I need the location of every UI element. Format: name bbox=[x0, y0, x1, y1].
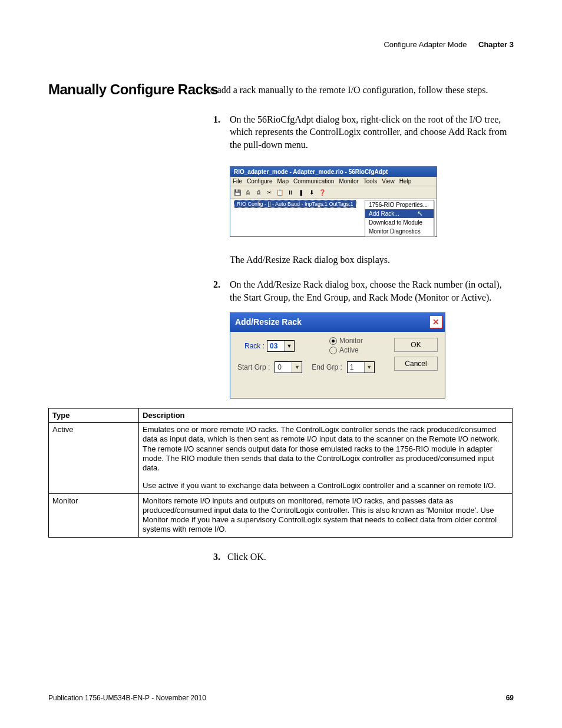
rack-value: 03 bbox=[267, 342, 284, 350]
step-1-number: 1. bbox=[213, 113, 220, 126]
menu-configure[interactable]: Configure bbox=[247, 178, 272, 185]
cancel-button[interactable]: Cancel bbox=[394, 357, 438, 371]
help-icon[interactable]: ❓ bbox=[318, 187, 327, 197]
td-monitor-type: Monitor bbox=[49, 493, 139, 537]
end-grp-label: End Grp : bbox=[312, 363, 342, 371]
download-icon[interactable]: ⬇ bbox=[307, 187, 316, 197]
step-2-text: On the Add/Resize Rack dialog box, choos… bbox=[230, 279, 502, 302]
ctx-monitor-diag[interactable]: Monitor Diagnostics bbox=[365, 227, 434, 236]
chevron-down-icon: ▼ bbox=[284, 341, 294, 351]
page-number: 69 bbox=[506, 694, 514, 702]
active-desc-para2: Use active if you want to exchange data … bbox=[143, 481, 508, 490]
dialog1-titlebar: RIO_adapter_mode - Adapter_mode.rio - 56… bbox=[230, 167, 437, 177]
ctx-add-rack[interactable]: Add Rack... ↖ bbox=[365, 209, 434, 218]
step-3-number: 3. bbox=[213, 552, 220, 562]
step-2-number: 2. bbox=[213, 278, 220, 291]
publication-id: Publication 1756-UM534B-EN-P - November … bbox=[48, 694, 206, 702]
menu-map[interactable]: Map bbox=[277, 178, 288, 185]
th-description: Description bbox=[139, 409, 513, 423]
start-grp-dropdown[interactable]: 0 ▼ bbox=[275, 361, 302, 373]
step-3: 3. Click OK. bbox=[205, 552, 500, 562]
rack-dropdown[interactable]: 03 ▼ bbox=[267, 340, 295, 352]
tree-root-item[interactable]: RIO Config - [] - Auto Baud - InpTags:1 … bbox=[234, 200, 356, 208]
dialog1-menubar: File Configure Map Communication Monitor… bbox=[230, 177, 437, 186]
breadcrumb: Configure Adapter Mode bbox=[384, 40, 467, 49]
ok-button[interactable]: OK bbox=[394, 338, 438, 352]
menu-monitor[interactable]: Monitor bbox=[339, 178, 358, 185]
ctx-add-rack-label: Add Rack... bbox=[369, 210, 399, 217]
step-2: 2. On the Add/Resize Rack dialog box, ch… bbox=[205, 278, 513, 304]
rack-label: Rack : bbox=[244, 342, 265, 350]
radio-active-label: Active bbox=[339, 346, 359, 354]
start-grp-value: 0 bbox=[275, 363, 292, 371]
radio-monitor[interactable]: Monitor bbox=[329, 337, 363, 345]
section-heading: Manually Configure Racks bbox=[48, 81, 218, 98]
rack-mode-table: Type Description Active Emulates one or … bbox=[48, 408, 513, 538]
menu-file[interactable]: File bbox=[233, 178, 242, 185]
cut-icon[interactable]: ✂ bbox=[265, 187, 274, 197]
td-active-desc: Emulates one or more remote I/O racks. T… bbox=[139, 423, 513, 494]
td-active-type: Active bbox=[49, 423, 139, 494]
start-grp-label: Start Grp : bbox=[237, 363, 270, 371]
step-1: 1. On the 56RioCfgAdpt dialog box, right… bbox=[205, 113, 513, 151]
ctx-properties[interactable]: 1756-RIO Properties... bbox=[365, 200, 434, 209]
end-grp-dropdown[interactable]: 1 ▼ bbox=[347, 361, 375, 373]
menu-help[interactable]: Help bbox=[399, 178, 412, 185]
menu-communication[interactable]: Communication bbox=[293, 178, 334, 185]
page-header: Configure Adapter Mode Chapter 3 bbox=[384, 40, 514, 49]
close-button[interactable]: ✕ bbox=[429, 315, 442, 328]
step-3-text: Click OK. bbox=[227, 552, 266, 562]
radio-dot-icon bbox=[329, 347, 337, 354]
toolbar-icon-7[interactable]: ❚ bbox=[296, 187, 306, 197]
menu-tools[interactable]: Tools bbox=[363, 178, 377, 185]
end-grp-value: 1 bbox=[348, 363, 364, 371]
after-dlg1-text: The Add/Resize Rack dialog box displays. bbox=[230, 255, 513, 265]
th-type: Type bbox=[49, 409, 139, 423]
radio-active[interactable]: Active bbox=[329, 346, 363, 354]
toolbar-icon-3[interactable]: ⎙ bbox=[254, 187, 263, 197]
context-menu: 1756-RIO Properties... Add Rack... ↖ Dow… bbox=[365, 200, 434, 236]
td-monitor-desc: Monitors remote I/O inputs and outputs o… bbox=[139, 493, 513, 537]
monitor-desc-para: Monitors remote I/O inputs and outputs o… bbox=[143, 496, 508, 535]
radio-dot-selected-icon bbox=[329, 337, 337, 345]
save-icon[interactable]: 💾 bbox=[233, 187, 242, 197]
active-desc-para1: Emulates one or more remote I/O racks. T… bbox=[143, 425, 508, 473]
cursor-icon: ↖ bbox=[417, 209, 423, 218]
toolbar-icon-6[interactable]: ⏸ bbox=[286, 187, 295, 197]
chevron-down-icon: ▼ bbox=[292, 362, 302, 373]
intro-text: To add a rack manually to the remote I/O… bbox=[205, 84, 513, 97]
rio-config-dialog: RIO_adapter_mode - Adapter_mode.rio - 56… bbox=[230, 166, 437, 237]
add-resize-rack-dialog: Add/Resize Rack ✕ Rack : 03 ▼ Monitor Ac… bbox=[230, 312, 445, 398]
menu-view[interactable]: View bbox=[382, 178, 395, 185]
ctx-download[interactable]: Download to Module bbox=[365, 218, 434, 227]
chevron-down-icon: ▼ bbox=[364, 362, 374, 373]
dialog1-toolbar: 💾 ⎙ ⎙ ✂ 📋 ⏸ ❚ ⬇ ❓ bbox=[230, 186, 437, 199]
chapter-label: Chapter 3 bbox=[478, 40, 514, 49]
step-1-text: On the 56RioCfgAdpt dialog box, right-cl… bbox=[230, 114, 507, 150]
dialog2-title: Add/Resize Rack bbox=[235, 317, 302, 327]
toolbar-icon-2[interactable]: ⎙ bbox=[243, 187, 253, 197]
paste-icon[interactable]: 📋 bbox=[275, 187, 285, 197]
radio-monitor-label: Monitor bbox=[339, 337, 363, 345]
